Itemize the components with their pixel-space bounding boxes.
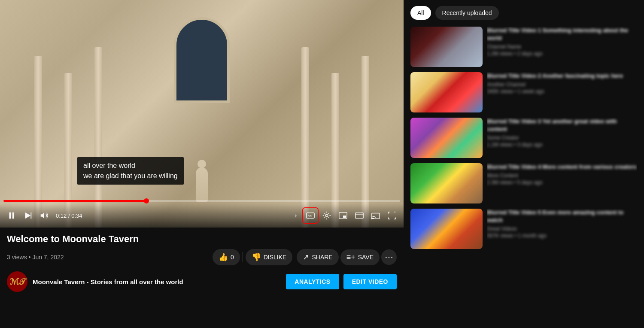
thumbs-down-icon: 👎 [252,252,261,262]
video-item-channel: Some Creator [487,135,637,141]
dislike-button[interactable]: 👎 DISLIKE [246,249,293,265]
video-title: Welcome to Moonvale Tavern [7,234,397,245]
more-dots-icon: ⋯ [385,252,393,262]
arch-decoration [0,0,404,228]
list-item[interactable]: Blurred Title Video 2 Another fascinatin… [410,72,637,112]
arch-window [174,17,230,103]
video-item-channel: Another Channel [487,82,637,88]
volume-button[interactable] [38,209,51,222]
filter-row: All Recently uploaded [410,6,637,20]
statue-decoration [196,160,208,202]
video-views-date: 3 views • Jun 7, 2022 [7,254,213,261]
thumbnail-1 [410,27,483,67]
analytics-button[interactable]: ANALYTICS [286,274,339,289]
share-button[interactable]: ↗ SHARE [297,249,338,265]
video-item-channel: Great Videos [487,226,637,232]
more-options-button[interactable]: ⋯ [381,249,397,265]
video-item-title: Blurred Title Video 5 Even more amazing … [487,209,637,224]
main-area: all over the world we are glad that you … [0,0,404,328]
channel-name[interactable]: Moonvale Tavern - Stories from all over … [33,278,183,285]
filter-all[interactable]: All [410,6,431,20]
progress-dot [144,198,149,203]
video-item-meta: 567K views • 1 month ago [487,233,637,239]
svg-rect-10 [355,213,363,219]
volume-icon [39,211,49,220]
cast-icon [371,211,380,220]
cc-icon: CC [306,211,315,220]
thumbnail-5 [410,209,483,249]
video-item-info: Blurred Title Video 5 Even more amazing … [487,209,637,249]
channel-avatar[interactable]: ℳ𝒯 [7,271,27,292]
thumbnail-4 [410,163,483,203]
fullscreen-button[interactable] [386,209,398,222]
list-item[interactable]: Blurred Title Video 1 Something interest… [410,27,637,67]
video-item-meta: 345K views • 1 week ago [487,88,637,94]
channel-row: ℳ𝒯 Moonvale Tavern - Stories from all ov… [0,265,404,292]
caption-line1: all over the world [83,161,178,171]
next-button[interactable] [21,209,34,222]
video-item-title: Blurred Title Video 4 More content from … [487,163,637,171]
video-item-channel: More Content [487,173,637,179]
share-icon: ↗ [303,252,309,262]
controls-bar: 0:12 / 0:34 ⏵ CC [0,203,404,228]
video-item-title: Blurred Title Video 2 Another fascinatin… [487,72,637,80]
fullscreen-icon [387,211,397,220]
list-item[interactable]: Blurred Title Video 3 Yet another great … [410,118,637,158]
thumbs-up-icon: 👍 [219,252,228,262]
video-background [0,0,404,228]
video-item-info: Blurred Title Video 1 Something interest… [487,27,637,67]
like-button[interactable]: 👍 0 [213,249,240,265]
like-divider [243,252,243,262]
autoplay-toggle[interactable]: ⏵ [292,211,301,220]
svg-text:CC: CC [308,215,312,218]
list-item[interactable]: Blurred Title Video 4 More content from … [410,163,637,203]
pillar [361,56,369,228]
theater-mode-button[interactable] [353,209,366,222]
channel-row-actions: ANALYTICS EDIT VIDEO [286,274,397,289]
video-item-info: Blurred Title Video 3 Yet another great … [487,118,637,158]
svg-point-13 [371,218,372,219]
miniplayer-icon [338,211,348,220]
video-item-meta: 1.2M views • 2 days ago [487,51,637,57]
svg-marker-2 [25,213,31,219]
filter-recently-uploaded[interactable]: Recently uploaded [435,6,499,20]
thumbnail-2 [410,72,483,112]
video-item-channel: Channel Name [487,44,637,50]
video-info: Welcome to Moonvale Tavern 3 views • Jun… [0,228,404,265]
settings-button[interactable] [320,209,333,222]
svg-rect-1 [12,213,14,219]
list-item[interactable]: Blurred Title Video 5 Even more amazing … [410,209,637,249]
share-label: SHARE [312,254,332,261]
closed-captions-button[interactable]: CC [304,209,317,222]
svg-rect-0 [9,213,11,219]
video-item-info: Blurred Title Video 2 Another fascinatin… [487,72,637,112]
caption-overlay: all over the world we are glad that you … [77,157,184,185]
pillar [34,56,42,228]
video-item-title: Blurred Title Video 3 Yet another great … [487,118,637,133]
svg-marker-4 [41,213,44,219]
svg-rect-9 [343,216,346,218]
pause-button[interactable] [5,209,18,222]
save-label: SAVE [358,254,374,261]
video-item-meta: 2.3M views • 5 days ago [487,179,637,185]
action-buttons: 👍 0 👎 DISLIKE ↗ SHARE ≡+ SAVE [213,249,397,265]
dislike-label: DISLIKE [264,254,287,261]
cast-button[interactable] [369,209,382,222]
thumbnail-3 [410,118,483,158]
next-icon [23,211,33,220]
svg-rect-3 [30,213,31,219]
settings-icon [322,211,331,220]
video-player[interactable]: all over the world we are glad that you … [0,0,404,228]
progress-track [3,200,400,202]
video-item-info: Blurred Title Video 4 More content from … [487,163,637,203]
progress-fill [3,200,146,202]
miniplayer-button[interactable] [337,209,349,222]
theater-icon [355,211,364,220]
pause-icon [7,211,16,220]
progress-bar[interactable] [0,200,404,202]
save-button[interactable]: ≡+ SAVE [340,249,380,265]
edit-video-button[interactable]: EDIT VIDEO [343,274,397,289]
save-icon: ≡+ [346,253,355,262]
video-item-meta: 1.1M views • 3 days ago [487,142,637,148]
time-display: 0:12 / 0:34 [56,213,82,219]
